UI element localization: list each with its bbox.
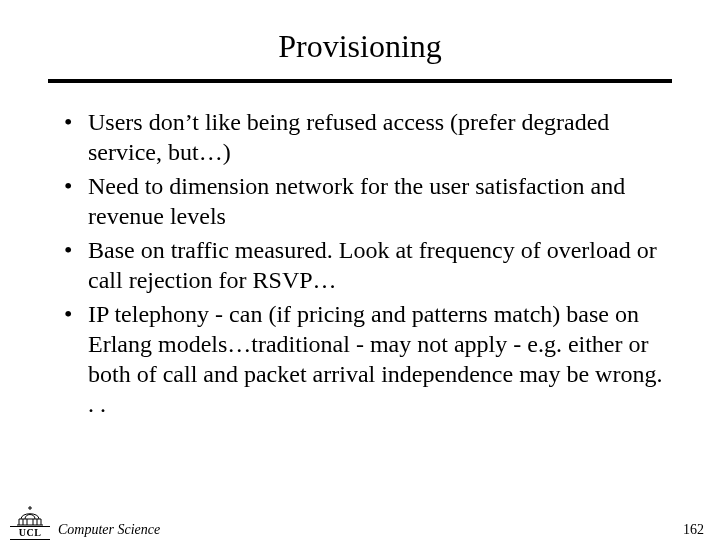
footer-left: UCL Computer Science [10,504,160,540]
bullet-list: Users don’t like being refused access (p… [48,107,672,419]
list-item: Need to dimension network for the user s… [64,171,672,231]
list-item: Users don’t like being refused access (p… [64,107,672,167]
title-rule [48,79,672,83]
slide: Provisioning Users don’t like being refu… [0,0,720,554]
page-title: Provisioning [48,28,672,65]
department-label: Computer Science [58,522,160,540]
list-item: IP telephony - can (if pricing and patte… [64,299,672,419]
ucl-dome-icon [11,504,49,526]
page-number: 162 [683,522,704,540]
footer: UCL Computer Science 162 [0,504,720,540]
ucl-logo: UCL [10,504,50,540]
list-item: Base on traffic measured. Look at freque… [64,235,672,295]
logo-text: UCL [10,526,50,540]
